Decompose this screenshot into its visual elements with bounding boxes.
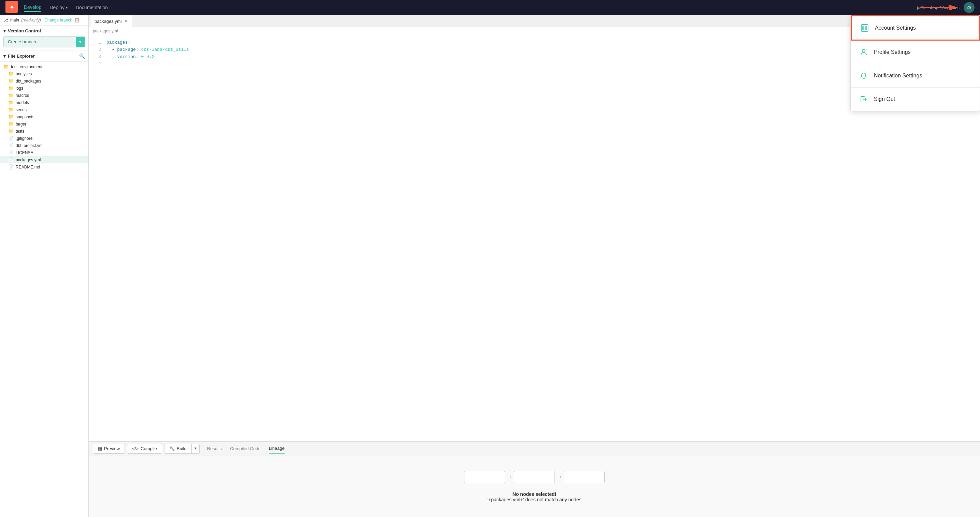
svg-rect-8 bbox=[865, 28, 866, 30]
gear-icon: ⚙ bbox=[967, 5, 972, 11]
lineage-empty-message: No nodes selected! bbox=[512, 492, 556, 497]
bottom-tabs: Results Compiled Code Lineage bbox=[207, 444, 285, 454]
bottom-toolbar: ▦ Preview </> Compile 🔨 Build ▾ Results … bbox=[89, 441, 980, 456]
topnav-docs-link[interactable]: Documentation bbox=[76, 3, 108, 12]
editor-tab-packages-yml[interactable]: packages.yml ✕ bbox=[90, 15, 132, 27]
file-icon: 📄 bbox=[8, 150, 14, 155]
account-settings-label: Account Settings bbox=[875, 25, 916, 31]
preview-button[interactable]: ▦ Preview bbox=[93, 444, 125, 454]
lineage-node bbox=[464, 471, 505, 483]
code-line: 3 version: 0.9.2 bbox=[94, 54, 975, 61]
profile-settings-menu-item[interactable]: Profile Settings bbox=[851, 41, 980, 64]
folder-icon: 📁 bbox=[8, 128, 14, 134]
list-item[interactable]: 📁 target bbox=[0, 121, 88, 128]
file-item-label: dbt_packages bbox=[16, 79, 41, 84]
preview-label: Preview bbox=[104, 446, 120, 451]
file-tree: 📁 test_environment 📁 analyses 📁 dbt_pack… bbox=[0, 62, 88, 517]
line-number: 2 bbox=[94, 46, 101, 54]
topnav: ✦ Develop Deploy ▾ Documentation jaffle_… bbox=[0, 0, 980, 15]
code-content: packages: bbox=[107, 39, 130, 46]
list-item[interactable]: 📄 LICENSE bbox=[0, 149, 88, 156]
editor-area: packages.yml ✕ + packages.yml 1 packages… bbox=[89, 15, 980, 517]
tab-lineage[interactable]: Lineage bbox=[269, 444, 285, 454]
svg-point-9 bbox=[862, 49, 865, 52]
compile-button[interactable]: </> Compile bbox=[127, 444, 162, 454]
sign-out-menu-item[interactable]: Sign Out bbox=[851, 88, 980, 111]
build-dropdown-button[interactable]: ▾ bbox=[191, 444, 199, 453]
file-item-label: analyses bbox=[16, 71, 32, 76]
tab-results[interactable]: Results bbox=[207, 444, 222, 453]
list-item[interactable]: 📄 .gitignore bbox=[0, 135, 88, 142]
account-dropdown-menu: Account Settings Profile Settings Notifi… bbox=[850, 15, 980, 111]
svg-rect-4 bbox=[861, 25, 868, 32]
file-item-label: test_environment bbox=[11, 65, 42, 69]
sidebar: ⎇ main (read-only) Change branch 📋 ▾ Ver… bbox=[0, 15, 89, 517]
account-settings-menu-item[interactable]: Account Settings bbox=[851, 15, 980, 41]
svg-rect-6 bbox=[862, 28, 864, 30]
list-item[interactable]: 📄 README.md bbox=[0, 163, 88, 171]
folder-icon: 📁 bbox=[8, 71, 14, 76]
file-search-icon[interactable]: 🔍 bbox=[79, 53, 85, 59]
list-item[interactable]: 📁 test_environment bbox=[0, 63, 88, 70]
file-item-label: LICENSE bbox=[16, 151, 33, 155]
build-label: Build bbox=[177, 446, 187, 451]
list-item[interactable]: 📄 dbt_project.yml bbox=[0, 142, 88, 149]
list-item[interactable]: 📁 snapshots bbox=[0, 113, 88, 121]
sidebar-branch: ⎇ main (read-only) Change branch 📋 bbox=[0, 15, 88, 25]
list-item[interactable]: 📁 dbt_packages bbox=[0, 78, 88, 84]
book-icon: 📋 bbox=[75, 18, 80, 22]
compile-icon: </> bbox=[132, 446, 138, 451]
file-item-label: tests bbox=[16, 129, 24, 134]
profile-settings-label: Profile Settings bbox=[874, 49, 911, 55]
line-number: 1 bbox=[94, 39, 101, 46]
breadcrumb-text: packages.yml bbox=[93, 29, 118, 33]
version-control-section: ▾ Version Control Create branch ▾ bbox=[0, 25, 88, 51]
topnav-project-label: jaffle_shop / Analytics bbox=[917, 5, 959, 10]
build-button-group: 🔨 Build ▾ bbox=[164, 444, 200, 454]
main-layout: ⎇ main (read-only) Change branch 📋 ▾ Ver… bbox=[0, 15, 980, 517]
folder-icon: 📁 bbox=[8, 78, 14, 84]
dbt-logo: ✦ bbox=[5, 1, 18, 14]
change-branch-link[interactable]: Change branch bbox=[45, 18, 72, 22]
list-item[interactable]: 📁 logs bbox=[0, 84, 88, 92]
tab-close-icon[interactable]: ✕ bbox=[124, 19, 127, 24]
code-editor[interactable]: 1 packages: 2 - package: dbt-labs/dbt_ut… bbox=[89, 35, 980, 441]
list-item[interactable]: 📁 tests bbox=[0, 128, 88, 135]
folder-icon: 📁 bbox=[8, 114, 14, 119]
file-item-label: logs bbox=[16, 86, 23, 91]
branch-name: main bbox=[10, 18, 19, 22]
file-item-label: snapshots bbox=[16, 114, 35, 119]
code-content: version: 0.9.2 bbox=[107, 54, 154, 61]
notification-settings-menu-item[interactable]: Notification Settings bbox=[851, 64, 980, 88]
tab-compiled-code[interactable]: Compiled Code bbox=[230, 444, 261, 453]
topnav-gear-button[interactable]: ⚙ bbox=[964, 2, 975, 13]
lineage-arrow: → bbox=[555, 473, 564, 481]
version-control-header[interactable]: ▾ Version Control bbox=[3, 28, 85, 33]
folder-icon: 📁 bbox=[8, 93, 14, 98]
build-icon: 🔨 bbox=[169, 446, 175, 451]
topnav-deploy-link[interactable]: Deploy ▾ bbox=[49, 3, 68, 12]
chevron-down-icon: ▾ bbox=[3, 54, 6, 59]
topnav-right: jaffle_shop / Analytics ⚙ bbox=[917, 2, 975, 13]
tab-label: packages.yml bbox=[94, 19, 121, 24]
code-line: 1 packages: bbox=[94, 39, 975, 46]
list-item[interactable]: 📄 packages.yml bbox=[0, 156, 88, 163]
build-button[interactable]: 🔨 Build bbox=[164, 444, 191, 453]
folder-icon: 📁 bbox=[8, 121, 14, 127]
folder-icon: 📁 bbox=[8, 107, 14, 112]
account-settings-icon bbox=[860, 23, 869, 33]
file-icon: 📄 bbox=[8, 136, 14, 141]
folder-icon: 📁 bbox=[8, 86, 14, 91]
file-explorer-toggle[interactable]: ▾ File Explorer bbox=[3, 54, 35, 59]
list-item[interactable]: 📁 seeds bbox=[0, 106, 88, 113]
list-item[interactable]: 📁 analyses bbox=[0, 70, 88, 78]
lineage-no-nodes-text: No nodes selected! bbox=[512, 492, 556, 497]
list-item[interactable]: 📁 macros bbox=[0, 92, 88, 99]
file-item-label: dbt_project.yml bbox=[16, 143, 43, 148]
list-item[interactable]: 📁 models bbox=[0, 99, 88, 106]
preview-icon: ▦ bbox=[98, 446, 102, 451]
branch-readonly-label: (read-only) bbox=[21, 18, 41, 22]
topnav-links: Develop Deploy ▾ Documentation bbox=[24, 3, 108, 12]
create-branch-button[interactable]: Create branch ▾ bbox=[3, 36, 85, 48]
topnav-develop-link[interactable]: Develop bbox=[24, 3, 41, 12]
